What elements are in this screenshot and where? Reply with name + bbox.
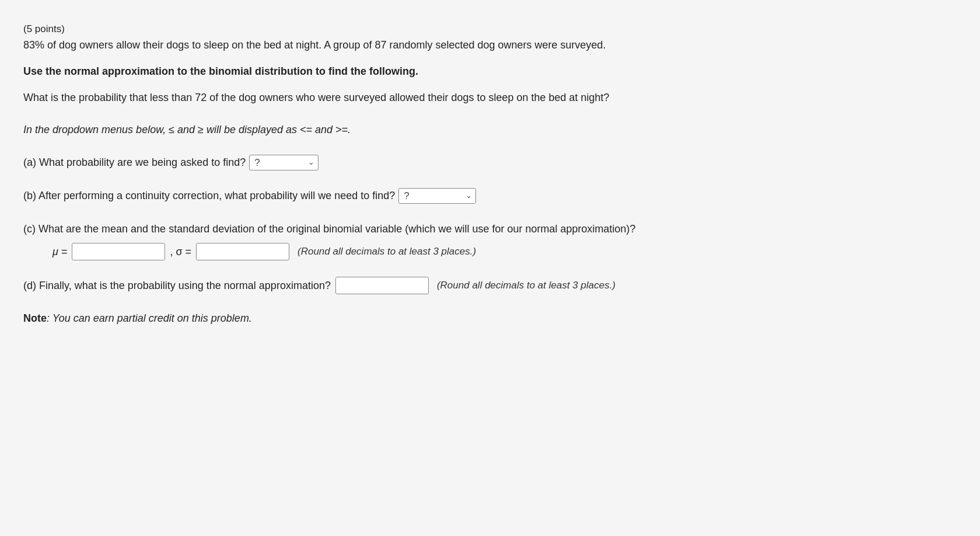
part-c-text: (c) What are the mean and the standard d… bbox=[23, 221, 945, 238]
question-container: (5 points) 83% of dog owners allow their… bbox=[23, 18, 945, 332]
part-d-hint: (Round all decimals to at least 3 places… bbox=[437, 280, 615, 291]
part-a-dropdown-container[interactable]: ? P(X < 72) P(X <= 72) P(X > 72) P(X >= … bbox=[249, 155, 318, 170]
part-b: (b) After performing a continuity correc… bbox=[23, 187, 945, 204]
part-d-row: (d) Finally, what is the probability usi… bbox=[23, 277, 945, 294]
part-b-label: (b) After performing a continuity correc… bbox=[23, 187, 945, 204]
bold-instruction: Use the normal approximation to the bino… bbox=[23, 64, 945, 79]
part-a-text: (a) What probability are we being asked … bbox=[23, 154, 246, 171]
sigma-input[interactable] bbox=[196, 243, 289, 260]
part-d-text: (d) Finally, what is the probability usi… bbox=[23, 280, 331, 292]
part-b-dropdown[interactable]: ? P(X < 71.5) P(X <= 71.5) P(X > 71.5) P… bbox=[404, 190, 472, 201]
part-b-dropdown-container[interactable]: ? P(X < 71.5) P(X <= 71.5) P(X > 71.5) P… bbox=[398, 188, 476, 204]
intro-text: 83% of dog owners allow their dogs to sl… bbox=[23, 37, 945, 53]
mu-input[interactable] bbox=[72, 243, 165, 260]
question-text: What is the probability that less than 7… bbox=[23, 90, 945, 106]
part-c: (c) What are the mean and the standard d… bbox=[23, 221, 945, 261]
points-label: (5 points) bbox=[23, 23, 945, 35]
part-b-text: (b) After performing a continuity correc… bbox=[23, 187, 395, 204]
part-a-dropdown[interactable]: ? P(X < 72) P(X <= 72) P(X > 72) P(X >= … bbox=[254, 157, 314, 168]
part-a: (a) What probability are we being asked … bbox=[23, 154, 945, 171]
note-italic: : You can earn partial credit on this pr… bbox=[47, 312, 252, 324]
note-bold: Note bbox=[23, 312, 47, 324]
part-a-label: (a) What probability are we being asked … bbox=[23, 154, 945, 171]
part-d: (d) Finally, what is the probability usi… bbox=[23, 277, 945, 294]
mu-label: μ = bbox=[52, 246, 67, 258]
italic-note: In the dropdown menus below, ≤ and ≥ wil… bbox=[23, 122, 945, 138]
part-c-hint: (Round all decimals to at least 3 places… bbox=[298, 246, 476, 257]
part-c-inputs-row: μ = , σ = (Round all decimals to at leas… bbox=[23, 243, 945, 260]
sigma-label: , σ = bbox=[170, 246, 191, 258]
note-section: Note: You can earn partial credit on thi… bbox=[23, 311, 945, 326]
probability-input[interactable] bbox=[335, 277, 429, 294]
